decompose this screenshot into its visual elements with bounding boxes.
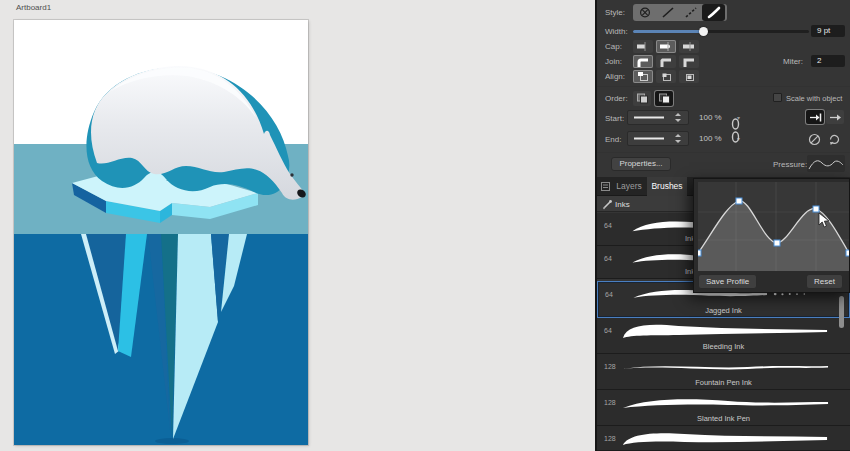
- cap-butt-button[interactable]: [633, 40, 653, 53]
- arrow-into-bar-icon: [809, 113, 822, 122]
- brush-stroke-preview: [619, 356, 833, 378]
- brush-size: 64: [604, 327, 612, 334]
- start-pressure-combo[interactable]: [627, 110, 689, 125]
- bevel-join-icon: [659, 57, 673, 67]
- canvas-pasteboard[interactable]: Artboard1: [0, 0, 595, 451]
- no-pressure-button[interactable]: [806, 132, 823, 146]
- miter-label: Miter:: [783, 57, 803, 66]
- brush-name: Jagged Ink: [598, 306, 849, 315]
- style-dashed-button[interactable]: [679, 4, 702, 21]
- miter-value-field[interactable]: 2: [811, 55, 845, 67]
- width-slider-fill: [633, 30, 703, 33]
- align-outside-icon: [683, 72, 695, 82]
- artboard-title: Artboard1: [16, 3, 51, 12]
- curve-node[interactable]: [846, 250, 849, 256]
- sync-arrows-icon: [828, 133, 841, 146]
- save-profile-button[interactable]: Save Profile: [698, 274, 757, 289]
- width-label: Width:: [605, 27, 628, 36]
- curve-node[interactable]: [698, 250, 701, 256]
- align-inside-icon: [660, 72, 672, 82]
- round-join-icon: [636, 57, 650, 67]
- pressure-curve-thumbnail[interactable]: [807, 155, 845, 172]
- end-percent-field[interactable]: 100 %: [699, 134, 722, 143]
- align-inside-button[interactable]: [656, 70, 676, 83]
- brush-size: 64: [604, 255, 612, 262]
- align-center-icon: [637, 72, 649, 82]
- pressure-profile-graph[interactable]: [698, 182, 849, 271]
- pressure-profile-curve: [698, 182, 849, 271]
- arrow-button[interactable]: [826, 110, 844, 124]
- style-solid-button[interactable]: [656, 4, 679, 21]
- join-bevel-button[interactable]: [656, 55, 676, 68]
- link-start-end-icon[interactable]: [730, 113, 741, 149]
- style-brush-button[interactable]: [702, 4, 725, 21]
- brush-size: 128: [604, 399, 616, 406]
- brush-item[interactable]: 128 Slanted Ink Pen: [597, 390, 850, 426]
- brush-size: 128: [604, 435, 616, 442]
- brush-stroke-preview: [619, 428, 833, 450]
- panel-menu-icon[interactable]: [601, 182, 610, 191]
- brush-list-scrollbar[interactable]: [839, 296, 844, 328]
- align-label: Align:: [605, 72, 625, 81]
- scale-with-object-label: Scale with object: [786, 94, 842, 103]
- tab-brushes[interactable]: Brushes: [647, 177, 687, 196]
- align-center-button[interactable]: [633, 70, 653, 83]
- pressure-label: Pressure:: [773, 160, 807, 169]
- line-preview-icon: [628, 111, 674, 124]
- join-label: Join:: [605, 57, 622, 66]
- tab-layers[interactable]: Layers: [611, 177, 647, 196]
- reset-button[interactable]: Reset: [806, 274, 843, 289]
- curve-node[interactable]: [813, 206, 819, 212]
- width-slider-thumb[interactable]: [699, 27, 708, 36]
- end-label: End:: [605, 135, 621, 144]
- brush-size: 128: [604, 363, 616, 370]
- curve-node[interactable]: [736, 198, 742, 204]
- sync-pressure-button[interactable]: [826, 132, 843, 146]
- round-cap-icon: [659, 42, 673, 51]
- order-front-icon: [658, 93, 671, 104]
- brush-name: Fountain Pen Ink: [597, 378, 850, 387]
- order-label: Order:: [605, 94, 628, 103]
- brush-line-icon: [706, 6, 722, 19]
- arrow-to-end-button[interactable]: [806, 110, 824, 124]
- crossed-circle-icon: [808, 133, 821, 146]
- join-round-button[interactable]: [633, 55, 653, 68]
- properties-button[interactable]: Properties...: [611, 157, 671, 171]
- line-preview-icon: [628, 132, 674, 145]
- stroke-panel: Style:: [597, 0, 850, 451]
- solid-line-icon: [660, 6, 676, 19]
- miter-join-icon: [682, 57, 696, 67]
- end-pressure-combo[interactable]: [627, 131, 689, 146]
- start-label: Start:: [605, 114, 624, 123]
- order-front-button[interactable]: [655, 91, 673, 106]
- brush-item[interactable]: 128: [597, 426, 850, 451]
- polar-bear-illustration: [14, 20, 308, 445]
- brush-stroke-preview: [619, 392, 833, 414]
- cap-round-button[interactable]: [656, 40, 676, 53]
- pressure-curve-icon: [807, 155, 845, 172]
- artboard[interactable]: [14, 20, 308, 445]
- stroke-style-group: [633, 4, 727, 21]
- align-outside-button[interactable]: [679, 70, 699, 83]
- width-slider[interactable]: [633, 30, 809, 33]
- stepper-icon: [674, 111, 682, 124]
- butt-cap-icon: [636, 42, 650, 51]
- curve-node[interactable]: [774, 240, 780, 246]
- stepper-icon: [674, 132, 682, 145]
- brush-category-label: Inks: [615, 200, 630, 209]
- brush-name: Bleeding Ink: [597, 342, 850, 351]
- pressure-profile-popup: Save Profile Reset: [693, 178, 850, 293]
- cap-square-button[interactable]: [679, 40, 699, 53]
- brush-name: Slanted Ink Pen: [597, 414, 850, 423]
- brush-stroke-preview: [619, 320, 833, 342]
- scale-with-object-checkbox[interactable]: [773, 93, 782, 102]
- brush-size: 64: [604, 222, 612, 229]
- join-miter-button[interactable]: [679, 55, 699, 68]
- dashed-line-icon: [683, 6, 699, 19]
- style-none-button[interactable]: [633, 4, 656, 21]
- start-percent-field[interactable]: 100 %: [699, 113, 722, 122]
- width-value-field[interactable]: 9 pt: [811, 25, 845, 37]
- brush-item[interactable]: 64 Bleeding Ink: [597, 318, 850, 354]
- brush-item[interactable]: 128 Fountain Pen Ink: [597, 354, 850, 390]
- order-behind-button[interactable]: [633, 91, 651, 106]
